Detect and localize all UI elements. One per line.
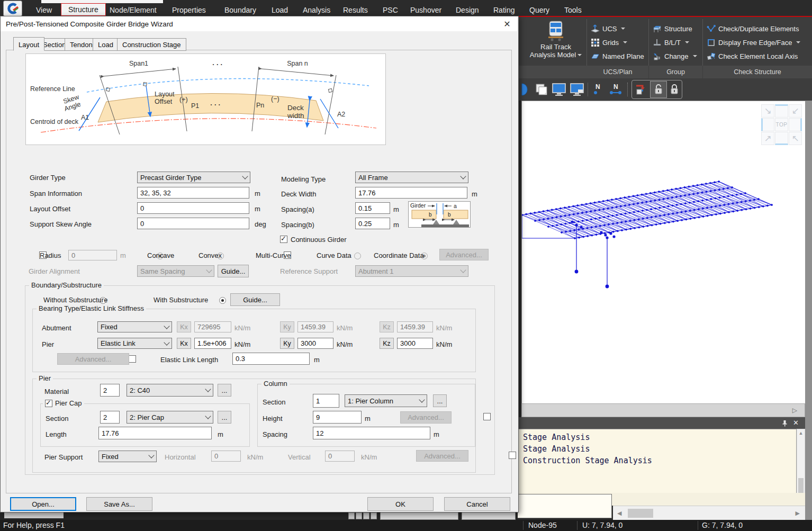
pier-kz-input[interactable] [397, 338, 433, 349]
pier-support-advanced-checkbox[interactable] [509, 452, 516, 459]
pier-material-select[interactable]: 2: C40 [127, 384, 213, 397]
menu-view[interactable]: View [36, 4, 52, 16]
pier-material-number-input[interactable] [100, 384, 120, 397]
blt-button[interactable]: B/L/T [653, 37, 689, 48]
menu-analysis[interactable]: Analysis [303, 4, 330, 16]
expand-right-icon[interactable]: ▷ [792, 407, 797, 414]
pier-ky-input[interactable] [297, 338, 333, 349]
mini-dropdown[interactable] [462, 512, 516, 520]
app-logo-icon[interactable] [3, 1, 22, 16]
girder-type-select[interactable]: Precast Girder Type [137, 172, 250, 183]
abutment-ky-input[interactable] [297, 321, 333, 332]
menu-properties[interactable]: Properties [172, 4, 206, 16]
with-substructure-radio[interactable] [219, 297, 226, 304]
menu-psc[interactable]: PSC [383, 4, 398, 16]
spacing-a-input[interactable] [355, 202, 390, 214]
dialog-close-icon[interactable]: ✕ [501, 19, 513, 30]
open-button[interactable]: Open... [10, 497, 76, 511]
menu-rating[interactable]: Rating [493, 4, 515, 16]
node-number-icon[interactable]: N [591, 83, 605, 96]
ok-button[interactable]: OK [367, 497, 434, 511]
column-height-advanced-button[interactable]: Advanced... [400, 411, 452, 424]
column-height-input[interactable] [313, 411, 362, 424]
pier-type-select[interactable]: Elastic Link [97, 338, 172, 349]
menu-design[interactable]: Design [456, 4, 479, 16]
scrollbar-thumb[interactable] [628, 509, 653, 518]
lock-icon[interactable] [669, 84, 680, 95]
alignment-guide-button[interactable]: Guide... [218, 265, 249, 277]
view-cube-corner-icon[interactable]: ↙ [789, 104, 802, 118]
girder-alignment-select[interactable]: Same Spacing [137, 265, 214, 277]
view-cube-corner-icon[interactable]: ↖ [789, 132, 802, 145]
scroll-right-icon[interactable]: ▶ [796, 510, 800, 517]
view-cube-corner-icon[interactable]: ↘ [761, 104, 774, 118]
scroll-up-icon[interactable]: ▲ [797, 429, 805, 436]
menu-query[interactable]: Query [529, 4, 549, 16]
view-cube-left-edge[interactable] [761, 118, 774, 131]
render-view-icon[interactable] [520, 83, 531, 96]
named-plane-button[interactable]: Named Plane [591, 51, 644, 61]
mini-button[interactable] [371, 512, 377, 519]
radius-input[interactable] [68, 250, 117, 260]
scrollbar-thumb[interactable] [798, 478, 804, 494]
pier-kz-chip[interactable]: Kz [380, 338, 394, 349]
column-section-select[interactable]: 1: Pier Column [345, 394, 427, 407]
menu-pushover[interactable]: Pushover [410, 4, 441, 16]
abutment-type-select[interactable]: Fixed [97, 321, 172, 332]
column-height-advanced-checkbox[interactable] [483, 413, 491, 420]
support-skew-angle-input[interactable] [137, 218, 249, 229]
view-cube-top-face[interactable]: TOP [775, 118, 788, 131]
mini-button[interactable] [348, 512, 355, 519]
menu-results[interactable]: Results [343, 4, 368, 16]
deck-width-input[interactable] [355, 187, 467, 199]
pier-kx-input[interactable] [194, 338, 231, 349]
layout-offset-input[interactable] [137, 202, 249, 214]
pin-icon[interactable] [782, 420, 788, 427]
rail-track-analysis-model-button[interactable]: Rail Track Analysis Model [527, 20, 584, 58]
bearing-advanced-button[interactable]: Advanced... [57, 353, 129, 365]
pier-support-select[interactable]: Fixed [98, 451, 157, 462]
horizontal-scrollbar[interactable]: ◀ ▶ [613, 506, 805, 520]
grids-button[interactable]: Grids [591, 37, 627, 48]
reference-support-select[interactable]: Abutment 1 [355, 265, 468, 277]
ucs-button[interactable]: UCS [591, 23, 625, 34]
message-window-header[interactable]: ✕ [518, 417, 805, 429]
curve-advanced-button[interactable]: Advanced... [439, 249, 489, 260]
tab-load[interactable]: Load [93, 38, 119, 51]
copy-layers-icon[interactable] [535, 83, 548, 96]
structure-group-button[interactable]: Structure [653, 23, 692, 34]
pier-cap-section-select[interactable]: 2: Pier Cap [127, 411, 213, 424]
pier-cap-checkbox[interactable] [45, 400, 52, 407]
collapsed-panel[interactable] [4, 512, 64, 518]
view-cube[interactable]: ↘ ↙ TOP ↗ ↖ [761, 104, 802, 146]
view-cube-corner-icon[interactable]: ↗ [761, 132, 774, 145]
pier-ky-chip[interactable]: Ky [280, 338, 294, 349]
dialog-title-bar[interactable]: Pre/Post-Tensioned Composite Girder Brid… [1, 16, 517, 31]
change-button[interactable]: Change [653, 51, 697, 61]
save-as-button[interactable]: Save As... [86, 497, 152, 511]
view-cube-bottom-edge[interactable] [775, 132, 788, 145]
menu-structure[interactable]: Structure [61, 3, 106, 16]
pier-support-vertical-input[interactable] [325, 451, 355, 462]
pier-material-more-button[interactable]: ... [218, 384, 231, 397]
spacing-b-input[interactable] [355, 218, 390, 229]
cancel-button[interactable]: Cancel [444, 497, 510, 511]
pier-support-advanced-button[interactable]: Advanced... [416, 450, 468, 462]
pier-support-horizontal-input[interactable] [211, 451, 241, 462]
modeling-type-select[interactable]: All Frame [355, 172, 468, 183]
display-settings-monitor-icon[interactable] [570, 83, 584, 96]
swap-redo-icon[interactable] [634, 83, 648, 96]
substructure-guide-button[interactable]: Guide... [230, 293, 280, 306]
pier-cap-length-input[interactable] [98, 427, 212, 439]
menu-load[interactable]: Load [272, 4, 288, 16]
bearing-advanced-checkbox[interactable] [129, 355, 136, 363]
elastic-link-length-input[interactable] [232, 353, 310, 365]
view-cube-right-edge[interactable] [789, 118, 802, 131]
scroll-left-icon[interactable]: ◀ [617, 510, 621, 517]
span-information-input[interactable] [137, 187, 249, 199]
check-element-local-axis-button[interactable]: Check Element Local Axis [707, 51, 798, 61]
node-element-number-icon[interactable]: N [608, 83, 624, 96]
display-monitor-icon[interactable] [552, 83, 566, 96]
column-section-more-button[interactable]: ... [433, 394, 447, 407]
pier-kx-chip[interactable]: Kx [177, 338, 191, 349]
